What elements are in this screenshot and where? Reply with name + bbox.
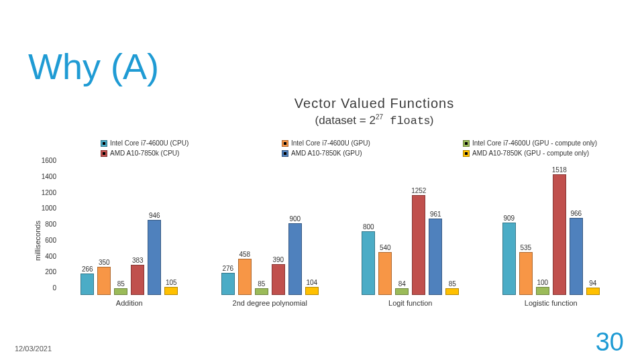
bar-value-label: 900 — [289, 215, 301, 223]
legend-item-s2: Intel Core i7-4600U (GPU - compute only) — [463, 139, 623, 147]
category-label: Logit function — [340, 299, 481, 307]
bar-value-label: 383 — [132, 257, 144, 264]
square-icon — [463, 140, 470, 147]
category-label: 2nd degree polynomial — [200, 299, 341, 307]
bar-value-label: 458 — [239, 251, 250, 258]
bar-value-label: 85 — [117, 280, 125, 288]
bar: 85 — [445, 288, 459, 295]
bar-value-label: 350 — [99, 259, 110, 266]
legend: Intel Core i7-4600U (CPU) Intel Core i7-… — [101, 139, 631, 160]
bar: 535 — [519, 252, 533, 295]
square-icon — [101, 140, 107, 147]
bar: 84 — [395, 288, 409, 295]
bar-group: 276458853909001042nd degree polynomial — [200, 168, 341, 295]
bar-value-label: 105 — [166, 279, 177, 286]
bar-group: 26635085383946105Addition — [59, 168, 200, 295]
page-title: Why (A) — [28, 46, 159, 87]
bar-value-label: 800 — [363, 223, 374, 231]
bar-group: 80054084125296185Logit function — [340, 168, 481, 295]
bar-value-label: 266 — [82, 265, 93, 273]
y-tick: 1000 — [42, 204, 56, 212]
bar: 85 — [114, 288, 127, 295]
chart-title: Vector Valued Functions (dataset = 227 f… — [240, 95, 508, 128]
bar-value-label: 961 — [430, 210, 441, 218]
bar: 1518 — [553, 174, 566, 295]
bar-value-label: 85 — [258, 280, 265, 288]
bar: 104 — [305, 287, 319, 295]
bar: 94 — [586, 288, 600, 295]
bar: 383 — [131, 265, 144, 295]
bar-value-label: 1252 — [411, 187, 426, 194]
bar-value-label: 390 — [272, 256, 284, 263]
y-tick: 0 — [52, 284, 56, 292]
bar: 909 — [502, 223, 516, 295]
bar: 946 — [148, 220, 161, 295]
bar: 966 — [570, 218, 583, 295]
bar: 458 — [238, 259, 252, 295]
bar-value-label: 540 — [380, 244, 391, 251]
y-tick: 800 — [45, 221, 56, 228]
square-icon — [282, 150, 288, 157]
bar: 961 — [429, 219, 442, 295]
bar-value-label: 946 — [149, 212, 160, 219]
bar-value-label: 94 — [589, 280, 596, 287]
bar-value-label: 966 — [570, 210, 582, 217]
legend-item-s0: Intel Core i7-4600U (CPU) — [101, 139, 260, 147]
bar-value-label: 276 — [222, 265, 233, 272]
category-label: Addition — [59, 299, 200, 307]
bar-value-label: 1518 — [552, 166, 567, 174]
bar-value-label: 909 — [503, 215, 515, 222]
y-tick: 400 — [45, 252, 56, 259]
slide: Why (A) Vector Valued Functions (dataset… — [0, 0, 644, 362]
legend-item-s3: AMD A10-7850k (CPU) — [101, 149, 260, 157]
square-icon — [282, 140, 288, 147]
bar: 85 — [255, 288, 268, 295]
bar: 1252 — [412, 195, 425, 295]
legend-item-s4: AMD A10-7850K (GPU) — [282, 149, 441, 157]
bar: 390 — [272, 264, 285, 295]
bar: 800 — [362, 231, 375, 295]
bar-value-label: 535 — [520, 244, 531, 251]
bar: 266 — [80, 274, 94, 295]
square-icon — [463, 150, 470, 157]
page-number: 30 — [596, 328, 624, 357]
bar: 105 — [164, 287, 178, 295]
y-tick: 1400 — [42, 172, 56, 180]
y-tick: 600 — [45, 236, 56, 243]
bar: 540 — [378, 252, 392, 295]
bar: 276 — [221, 273, 235, 295]
y-tick: 1200 — [42, 188, 56, 196]
bar-value-label: 100 — [537, 279, 548, 286]
square-icon — [101, 150, 107, 157]
bar-value-label: 85 — [449, 280, 456, 288]
bar: 350 — [97, 267, 111, 295]
subtitle-line1: Vector Valued Functions — [294, 96, 454, 111]
category-label: Logistic function — [481, 299, 622, 307]
bar-value-label: 84 — [398, 280, 406, 288]
bar: 100 — [536, 287, 549, 295]
legend-item-s1: Intel Core i7-4600U (GPU) — [282, 139, 441, 147]
y-tick: 200 — [45, 268, 56, 276]
bar-group: 909535100151896694Logistic function — [481, 168, 622, 295]
y-tick: 1600 — [42, 157, 56, 164]
legend-item-s5: AMD A10-7850K (GPU - compute only) — [463, 149, 623, 157]
plot-area: 26635085383946105Addition276458853909001… — [59, 168, 621, 295]
subtitle-dataset: (dataset = 227 floats) — [240, 113, 508, 128]
bar: 900 — [288, 223, 302, 295]
bar-value-label: 104 — [306, 279, 317, 286]
footer-date: 12/03/2021 — [15, 345, 52, 353]
y-ticks: 02004006008001000120014001600 — [38, 168, 58, 295]
chart: milliseconds 020040060080010001200140016… — [20, 168, 624, 314]
